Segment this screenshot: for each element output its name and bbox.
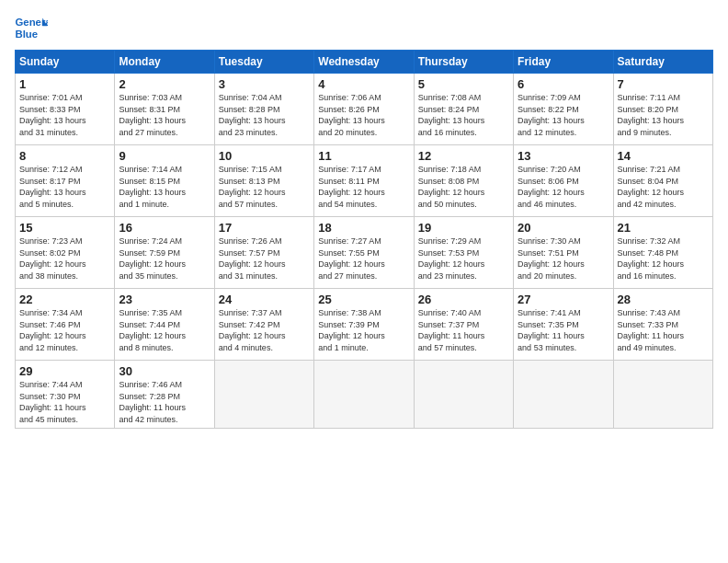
day-info: Sunrise: 7:24 AM Sunset: 7:59 PM Dayligh… — [119, 236, 210, 282]
day-number: 21 — [618, 221, 709, 235]
day-info: Sunrise: 7:46 AM Sunset: 7:28 PM Dayligh… — [119, 379, 210, 425]
day-info: Sunrise: 7:06 AM Sunset: 8:26 PM Dayligh… — [318, 92, 409, 138]
day-number: 30 — [119, 364, 210, 378]
day-number: 5 — [418, 77, 509, 91]
calendar-cell: 20Sunrise: 7:30 AM Sunset: 7:51 PM Dayli… — [514, 217, 613, 289]
day-info: Sunrise: 7:08 AM Sunset: 8:24 PM Dayligh… — [418, 92, 509, 138]
day-number: 16 — [119, 221, 210, 235]
calendar-cell: 9Sunrise: 7:14 AM Sunset: 8:15 PM Daylig… — [115, 145, 214, 217]
day-number: 19 — [418, 221, 509, 235]
calendar-cell: 16Sunrise: 7:24 AM Sunset: 7:59 PM Dayli… — [115, 217, 214, 289]
day-number: 7 — [618, 77, 709, 91]
day-info: Sunrise: 7:40 AM Sunset: 7:37 PM Dayligh… — [418, 307, 509, 353]
calendar-cell: 25Sunrise: 7:38 AM Sunset: 7:39 PM Dayli… — [314, 289, 414, 361]
day-info: Sunrise: 7:38 AM Sunset: 7:39 PM Dayligh… — [318, 307, 409, 353]
calendar-cell: 2Sunrise: 7:03 AM Sunset: 8:31 PM Daylig… — [115, 74, 214, 145]
day-info: Sunrise: 7:21 AM Sunset: 8:04 PM Dayligh… — [618, 164, 709, 210]
col-header-friday: Friday — [514, 51, 613, 74]
day-info: Sunrise: 7:34 AM Sunset: 7:46 PM Dayligh… — [19, 307, 110, 353]
day-number: 27 — [518, 293, 609, 306]
day-info: Sunrise: 7:11 AM Sunset: 8:20 PM Dayligh… — [618, 92, 709, 138]
day-number: 25 — [318, 293, 409, 306]
day-info: Sunrise: 7:14 AM Sunset: 8:15 PM Dayligh… — [119, 164, 210, 210]
calendar-cell: 21Sunrise: 7:32 AM Sunset: 7:48 PM Dayli… — [613, 217, 712, 289]
day-number: 6 — [518, 77, 609, 91]
day-info: Sunrise: 7:01 AM Sunset: 8:33 PM Dayligh… — [19, 92, 110, 138]
day-info: Sunrise: 7:30 AM Sunset: 7:51 PM Dayligh… — [518, 236, 609, 282]
day-number: 18 — [318, 221, 409, 235]
col-header-saturday: Saturday — [613, 51, 712, 74]
calendar-cell: 18Sunrise: 7:27 AM Sunset: 7:55 PM Dayli… — [314, 217, 414, 289]
day-number: 8 — [19, 149, 110, 163]
day-info: Sunrise: 7:37 AM Sunset: 7:42 PM Dayligh… — [219, 307, 310, 353]
day-info: Sunrise: 7:23 AM Sunset: 8:02 PM Dayligh… — [19, 236, 110, 282]
calendar-cell: 13Sunrise: 7:20 AM Sunset: 8:06 PM Dayli… — [514, 145, 613, 217]
day-number: 12 — [418, 149, 509, 163]
day-info: Sunrise: 7:04 AM Sunset: 8:28 PM Dayligh… — [219, 92, 310, 138]
col-header-thursday: Thursday — [414, 51, 513, 74]
day-info: Sunrise: 7:18 AM Sunset: 8:08 PM Dayligh… — [418, 164, 509, 210]
day-number: 24 — [219, 293, 310, 306]
day-info: Sunrise: 7:44 AM Sunset: 7:30 PM Dayligh… — [19, 379, 110, 425]
calendar-cell: 3Sunrise: 7:04 AM Sunset: 8:28 PM Daylig… — [214, 74, 313, 145]
day-number: 2 — [119, 77, 210, 91]
day-number: 23 — [119, 293, 210, 306]
day-info: Sunrise: 7:17 AM Sunset: 8:11 PM Dayligh… — [318, 164, 409, 210]
calendar-cell: 19Sunrise: 7:29 AM Sunset: 7:53 PM Dayli… — [414, 217, 513, 289]
day-info: Sunrise: 7:26 AM Sunset: 7:57 PM Dayligh… — [219, 236, 310, 282]
day-info: Sunrise: 7:27 AM Sunset: 7:55 PM Dayligh… — [318, 236, 409, 282]
header: General Blue — [15, 15, 713, 40]
col-header-wednesday: Wednesday — [314, 51, 414, 74]
day-info: Sunrise: 7:29 AM Sunset: 7:53 PM Dayligh… — [418, 236, 509, 282]
calendar: SundayMondayTuesdayWednesdayThursdayFrid… — [15, 50, 713, 429]
calendar-cell — [414, 361, 513, 429]
calendar-cell — [314, 361, 414, 429]
day-number: 15 — [19, 221, 110, 235]
calendar-cell: 17Sunrise: 7:26 AM Sunset: 7:57 PM Dayli… — [214, 217, 313, 289]
calendar-cell: 28Sunrise: 7:43 AM Sunset: 7:33 PM Dayli… — [613, 289, 712, 361]
day-number: 3 — [219, 77, 310, 91]
calendar-cell: 27Sunrise: 7:41 AM Sunset: 7:35 PM Dayli… — [514, 289, 613, 361]
col-header-sunday: Sunday — [16, 51, 115, 74]
day-number: 20 — [518, 221, 609, 235]
day-number: 13 — [518, 149, 609, 163]
calendar-cell — [613, 361, 712, 429]
day-number: 14 — [618, 149, 709, 163]
calendar-cell: 1Sunrise: 7:01 AM Sunset: 8:33 PM Daylig… — [16, 74, 115, 145]
logo-icon: General Blue — [15, 15, 48, 40]
day-info: Sunrise: 7:03 AM Sunset: 8:31 PM Dayligh… — [119, 92, 210, 138]
calendar-cell: 24Sunrise: 7:37 AM Sunset: 7:42 PM Dayli… — [214, 289, 313, 361]
col-header-monday: Monday — [115, 51, 214, 74]
calendar-cell: 8Sunrise: 7:12 AM Sunset: 8:17 PM Daylig… — [16, 145, 115, 217]
day-info: Sunrise: 7:43 AM Sunset: 7:33 PM Dayligh… — [618, 307, 709, 353]
day-number: 29 — [19, 364, 110, 378]
day-number: 17 — [219, 221, 310, 235]
day-info: Sunrise: 7:09 AM Sunset: 8:22 PM Dayligh… — [518, 92, 609, 138]
day-number: 4 — [318, 77, 409, 91]
day-info: Sunrise: 7:20 AM Sunset: 8:06 PM Dayligh… — [518, 164, 609, 210]
calendar-cell: 7Sunrise: 7:11 AM Sunset: 8:20 PM Daylig… — [613, 74, 712, 145]
day-number: 1 — [19, 77, 110, 91]
calendar-cell: 15Sunrise: 7:23 AM Sunset: 8:02 PM Dayli… — [16, 217, 115, 289]
calendar-cell: 30Sunrise: 7:46 AM Sunset: 7:28 PM Dayli… — [115, 361, 214, 429]
day-info: Sunrise: 7:35 AM Sunset: 7:44 PM Dayligh… — [119, 307, 210, 353]
calendar-cell: 23Sunrise: 7:35 AM Sunset: 7:44 PM Dayli… — [115, 289, 214, 361]
calendar-cell — [214, 361, 313, 429]
day-number: 10 — [219, 149, 310, 163]
calendar-cell: 5Sunrise: 7:08 AM Sunset: 8:24 PM Daylig… — [414, 74, 513, 145]
day-number: 9 — [119, 149, 210, 163]
col-header-tuesday: Tuesday — [214, 51, 313, 74]
page: General Blue SundayMondayTuesdayWednesda… — [0, 0, 728, 563]
day-info: Sunrise: 7:32 AM Sunset: 7:48 PM Dayligh… — [618, 236, 709, 282]
calendar-cell: 29Sunrise: 7:44 AM Sunset: 7:30 PM Dayli… — [16, 361, 115, 429]
calendar-cell: 14Sunrise: 7:21 AM Sunset: 8:04 PM Dayli… — [613, 145, 712, 217]
day-info: Sunrise: 7:15 AM Sunset: 8:13 PM Dayligh… — [219, 164, 310, 210]
day-number: 28 — [618, 293, 709, 306]
day-number: 11 — [318, 149, 409, 163]
calendar-cell: 12Sunrise: 7:18 AM Sunset: 8:08 PM Dayli… — [414, 145, 513, 217]
calendar-cell: 22Sunrise: 7:34 AM Sunset: 7:46 PM Dayli… — [16, 289, 115, 361]
calendar-cell: 11Sunrise: 7:17 AM Sunset: 8:11 PM Dayli… — [314, 145, 414, 217]
day-number: 22 — [19, 293, 110, 306]
calendar-cell: 26Sunrise: 7:40 AM Sunset: 7:37 PM Dayli… — [414, 289, 513, 361]
day-info: Sunrise: 7:41 AM Sunset: 7:35 PM Dayligh… — [518, 307, 609, 353]
